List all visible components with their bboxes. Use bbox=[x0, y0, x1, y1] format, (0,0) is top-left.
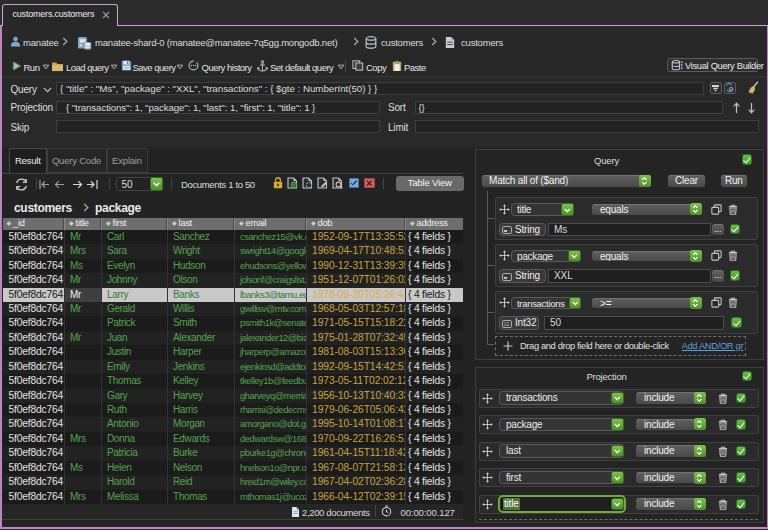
svg-text:12: 12 bbox=[504, 322, 510, 327]
